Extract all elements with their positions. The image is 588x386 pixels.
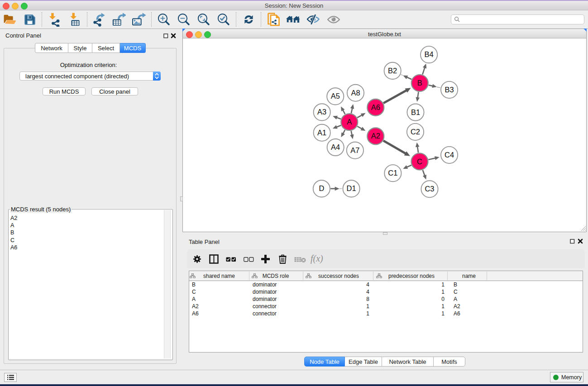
svg-text:C1: C1 (388, 169, 397, 177)
svg-text:C: C (417, 157, 422, 166)
svg-text:D: D (319, 184, 324, 192)
svg-text:A8: A8 (351, 89, 360, 97)
svg-text:A5: A5 (331, 92, 340, 100)
svg-text:D1: D1 (347, 184, 356, 192)
svg-text:A: A (347, 118, 352, 126)
svg-text:B: B (417, 79, 422, 87)
svg-text:A4: A4 (331, 143, 340, 151)
svg-text:C3: C3 (425, 185, 434, 193)
svg-text:A1: A1 (317, 129, 326, 137)
svg-text:C2: C2 (411, 128, 420, 136)
svg-text:B3: B3 (445, 86, 454, 94)
svg-text:A7: A7 (350, 146, 359, 154)
svg-text:A6: A6 (371, 103, 380, 111)
svg-text:B1: B1 (411, 108, 420, 116)
svg-text:A2: A2 (371, 132, 380, 140)
svg-text:C4: C4 (445, 151, 454, 159)
svg-text:A3: A3 (317, 108, 326, 116)
svg-text:B4: B4 (425, 50, 434, 58)
svg-text:B2: B2 (388, 67, 397, 75)
